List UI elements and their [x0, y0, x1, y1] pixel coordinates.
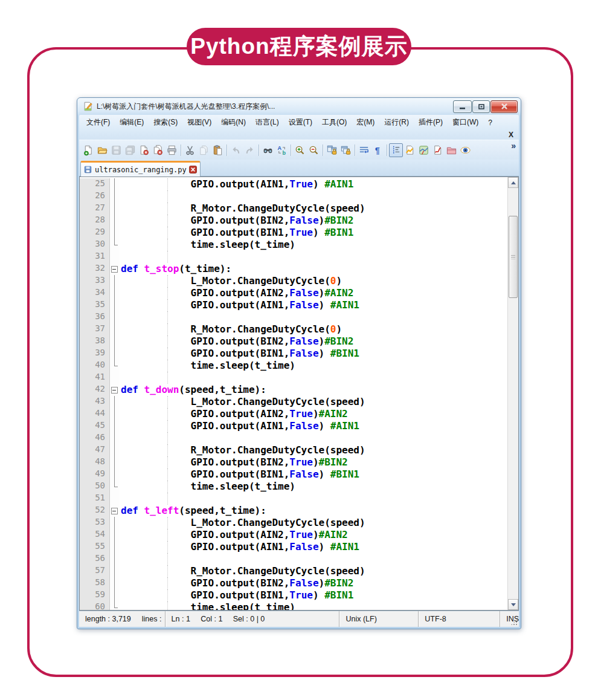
- code-line-36[interactable]: 36: [80, 311, 508, 323]
- code-line-59[interactable]: 59 GPIO.output(BIN1,True) #BIN1: [80, 589, 508, 601]
- menu-item-5[interactable]: 编码(N): [216, 115, 251, 130]
- scroll-up-button[interactable]: [508, 177, 518, 188]
- word-wrap-icon: [358, 144, 370, 156]
- code-line-26[interactable]: 26: [80, 190, 508, 203]
- code-line-50[interactable]: 50 time.sleep(t_time): [80, 481, 508, 493]
- menu-item-4[interactable]: 视图(V): [182, 115, 216, 130]
- code-line-40[interactable]: 40 time.sleep(t_time): [80, 360, 508, 372]
- code-line-35[interactable]: 35 GPIO.output(AIN1,False) #AIN1: [80, 299, 508, 311]
- toolbar-separator: [323, 144, 323, 156]
- code-line-34[interactable]: 34 GPIO.output(AIN2,False)#AIN2: [80, 287, 508, 299]
- tab-ultrasonic-ranging[interactable]: ultrasonic_ranging.py: [80, 161, 201, 177]
- code-line-32[interactable]: 32def t_stop(t_time):: [80, 263, 508, 275]
- preview-button[interactable]: [458, 143, 472, 157]
- editor-vscrollbar[interactable]: [507, 177, 518, 610]
- scrollbar-thumb[interactable]: [509, 216, 518, 298]
- code-line-57[interactable]: 57 R_Motor.ChangeDutyCycle(speed): [80, 565, 508, 577]
- title-bar[interactable]: L:\树莓派入门套件\树莓派机器人光盘整理\3.程序案例\...: [79, 98, 519, 115]
- menu-item-6[interactable]: 语言(L): [251, 115, 284, 130]
- fold-collapse-icon[interactable]: [110, 505, 120, 517]
- save-all-button[interactable]: [123, 143, 137, 157]
- code-line-56[interactable]: 56: [80, 553, 508, 565]
- macro-record-button[interactable]: [431, 143, 445, 157]
- minimize-button[interactable]: [453, 100, 472, 113]
- menu-item-10[interactable]: 运行(R): [379, 115, 414, 130]
- word-wrap-button[interactable]: [357, 143, 371, 157]
- code-line-45[interactable]: 45 GPIO.output(AIN1,False) #AIN1: [80, 420, 508, 432]
- menu-item-9[interactable]: 宏(M): [352, 115, 379, 130]
- function-list-button[interactable]: [403, 143, 417, 157]
- menu-item-1[interactable]: 文件(F): [82, 115, 115, 130]
- menu-item-12[interactable]: 窗口(W): [448, 115, 483, 130]
- new-file-button[interactable]: [82, 143, 95, 157]
- code-line-44[interactable]: 44 GPIO.output(AIN2,True)#AIN2: [80, 408, 508, 420]
- close-button[interactable]: [490, 100, 518, 113]
- folder-as-workspace-button[interactable]: [445, 143, 458, 157]
- copy-button[interactable]: [197, 143, 211, 157]
- code-line-39[interactable]: 39 GPIO.output(BIN1,False) #BIN1: [80, 348, 508, 360]
- code-line-42[interactable]: 42def t_down(speed,t_time):: [80, 384, 508, 396]
- show-all-characters-button[interactable]: ¶: [371, 143, 385, 157]
- code-line-25[interactable]: 25 GPIO.output(AIN1,True) #AIN1: [80, 178, 508, 190]
- save-file-button[interactable]: [109, 143, 123, 157]
- code-line-58[interactable]: 58 GPIO.output(BIN2,False)#BIN2: [80, 577, 508, 589]
- code-line-55[interactable]: 55 GPIO.output(AIN1,False) #AIN1: [80, 541, 508, 553]
- close-all-button[interactable]: [151, 143, 165, 157]
- code-line-28[interactable]: 28 GPIO.output(BIN2,False)#BIN2: [80, 215, 508, 227]
- code-line-41[interactable]: 41: [80, 372, 508, 384]
- code-line-27[interactable]: 27 R_Motor.ChangeDutyCycle(speed): [80, 203, 508, 215]
- menu-item-13[interactable]: ?: [483, 116, 497, 129]
- menu-item-11[interactable]: 插件(P): [414, 115, 448, 130]
- code-line-52[interactable]: 52def t_left(speed,t_time):: [80, 505, 508, 517]
- document-map-button[interactable]: [417, 143, 431, 157]
- undo-button[interactable]: [229, 143, 243, 157]
- menu-close-button[interactable]: X: [509, 131, 513, 139]
- line-number: 54: [80, 529, 110, 541]
- code-line-43[interactable]: 43 L_Motor.ChangeDutyCycle(speed): [80, 396, 508, 408]
- restore-button[interactable]: [472, 100, 490, 113]
- fold-collapse-icon[interactable]: [110, 263, 120, 275]
- code-text: L_Motor.ChangeDutyCycle(speed): [120, 517, 508, 529]
- menu-item-8[interactable]: 工具(O): [317, 115, 352, 130]
- redo-button[interactable]: [243, 143, 257, 157]
- line-number: 60: [80, 601, 110, 611]
- zoom-in-button[interactable]: [293, 143, 307, 157]
- status-length-lines: length : 3,719lines :: [79, 611, 165, 627]
- replace-button[interactable]: Ab: [275, 143, 289, 157]
- find-button[interactable]: [261, 143, 275, 157]
- code-line-38[interactable]: 38 GPIO.output(BIN2,False)#BIN2: [80, 335, 508, 348]
- fold-margin: [110, 275, 120, 287]
- code-line-29[interactable]: 29 GPIO.output(BIN1,True) #BIN1: [80, 227, 508, 239]
- code-line-46[interactable]: 46: [80, 432, 508, 444]
- code-line-54[interactable]: 54 GPIO.output(AIN2,True)#AIN2: [80, 529, 508, 541]
- paste-button[interactable]: [211, 143, 225, 157]
- editor-area[interactable]: 25 GPIO.output(AIN1,True) #AIN12627 R_Mo…: [79, 177, 519, 611]
- print-button[interactable]: [165, 143, 179, 157]
- close-file-button[interactable]: [137, 143, 151, 157]
- menu-item-2[interactable]: 编辑(E): [115, 115, 149, 130]
- scroll-down-button[interactable]: [508, 599, 518, 610]
- code-line-51[interactable]: 51: [80, 493, 508, 505]
- zoom-out-button[interactable]: [307, 143, 321, 157]
- code-line-48[interactable]: 48 GPIO.output(BIN2,True)#BIN2: [80, 456, 508, 468]
- toolbar-overflow-button[interactable]: »: [511, 141, 516, 151]
- code-line-47[interactable]: 47 R_Motor.ChangeDutyCycle(speed): [80, 444, 508, 456]
- sync-vertical-scroll-button[interactable]: [325, 143, 339, 157]
- open-file-button[interactable]: [95, 143, 109, 157]
- code-line-30[interactable]: 30 time.sleep(t_time): [80, 239, 508, 251]
- indent-guide-button[interactable]: [389, 143, 403, 157]
- code-line-60[interactable]: 60 time.sleep(t_time): [80, 601, 508, 611]
- code-line-53[interactable]: 53 L_Motor.ChangeDutyCycle(speed): [80, 517, 508, 529]
- code-text: [120, 311, 508, 323]
- code-line-33[interactable]: 33 L_Motor.ChangeDutyCycle(0): [80, 275, 508, 287]
- code-line-49[interactable]: 49 GPIO.output(BIN1,False) #BIN1: [80, 468, 508, 481]
- tab-close-icon[interactable]: [189, 166, 197, 173]
- cut-button[interactable]: [183, 143, 197, 157]
- code-line-31[interactable]: 31: [80, 251, 508, 263]
- menu-item-3[interactable]: 搜索(S): [149, 115, 182, 130]
- sync-horizontal-scroll-button[interactable]: [339, 143, 353, 157]
- fold-collapse-icon[interactable]: [110, 384, 120, 396]
- menu-item-7[interactable]: 设置(T): [284, 115, 317, 130]
- code-line-37[interactable]: 37 R_Motor.ChangeDutyCycle(0): [80, 323, 508, 335]
- code-text: [120, 493, 508, 505]
